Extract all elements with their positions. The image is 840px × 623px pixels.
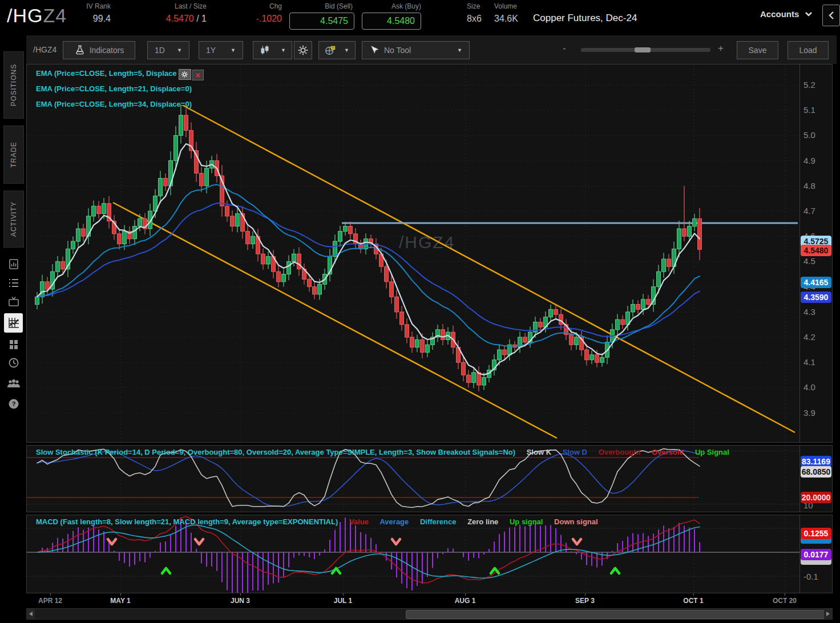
chevron-left-icon [828, 11, 835, 20]
axis-value-bubble: 20.0000 [801, 492, 831, 503]
trading-platform: /HGZ4 IV Rank 99.4 Last / Size 4.5470 / … [0, 0, 840, 623]
help-icon[interactable]: ? [4, 395, 23, 412]
legend-up-signal: Up Signal [695, 448, 729, 456]
candles-group [35, 105, 702, 391]
save-button[interactable]: Save [737, 41, 778, 59]
ema21-legend[interactable]: EMA (Price=CLOSE, Length=21, Displace=0) [36, 84, 192, 93]
price-tick-label: 4.3 [803, 307, 815, 317]
active-tool-dropdown[interactable]: No Tool ▼ [362, 41, 470, 59]
symbol-title: /HGZ4 [7, 5, 67, 27]
tv-icon[interactable] [4, 293, 23, 310]
report-icon[interactable] [4, 256, 23, 273]
zoom-out-button[interactable]: - [563, 43, 566, 54]
stochastic-axis[interactable]: 10 83.116968.085020.0000 [799, 446, 833, 512]
price-tick-label: 4.2 [803, 332, 815, 342]
axis-value-bubble: 0.1255 [801, 528, 831, 539]
chart-symbol-label: /HGZ4 [33, 35, 56, 64]
last-size-value: 4.5470 / 1 [140, 14, 207, 24]
zoom-slider-thumb[interactable] [635, 47, 651, 52]
indicator-settings-icon[interactable] [179, 69, 191, 80]
bid-label: Bid (Sell) [289, 2, 353, 10]
axis-value-bubble: 4.3590 [801, 292, 831, 303]
ema5-legend[interactable]: EMA (Price=CLOSE, Length=5, Displace× [36, 69, 204, 80]
chart-icon[interactable] [4, 313, 23, 333]
save-label: Save [749, 46, 767, 55]
sidebar-tab-trade[interactable]: TRADE [3, 126, 24, 184]
chg-label: Chg [240, 2, 282, 10]
legend-up-signal: Up signal [510, 517, 543, 526]
axis-value-bubble: 4.4165 [801, 277, 831, 288]
macd-axis[interactable]: -0.1 0.12550.0177 [799, 515, 833, 593]
legend-oversold: Oversold [652, 448, 684, 456]
sidebar-tab-positions[interactable]: POSITIONS [3, 51, 24, 119]
stochastic-legend[interactable]: Slow Stochastic (K Period=14, D Period=9… [36, 448, 729, 456]
macd-canvas[interactable] [27, 515, 799, 593]
time-tick [240, 593, 241, 596]
zoom-slider[interactable] [581, 48, 710, 52]
ema34-legend[interactable]: EMA (Price=CLOSE, Length=34, Displace=0) [36, 100, 192, 108]
community-icon[interactable] [4, 375, 23, 392]
indicators-button[interactable]: Indicators [63, 41, 135, 59]
iv-rank-value: 99.4 [74, 14, 111, 24]
date-label: AUG 1 [455, 597, 476, 605]
date-label: SEP 3 [575, 597, 595, 605]
range-dropdown[interactable]: 1Y▼ [199, 41, 243, 59]
chart-scrollbar[interactable] [26, 608, 833, 620]
aggregation-dropdown[interactable]: 1D▼ [147, 41, 189, 59]
collapse-panel-button[interactable] [822, 5, 840, 26]
price-chart-canvas[interactable]: /HGZ4 [27, 64, 799, 442]
drawings-dropdown[interactable]: ▼ [318, 41, 356, 59]
indicator-remove-icon[interactable]: × [192, 70, 204, 80]
tab-label: ACTIVITY [10, 201, 18, 237]
time-tick [120, 593, 121, 596]
last-size-label: Last / Size [140, 2, 207, 10]
chevron-down-icon: ▼ [457, 47, 462, 53]
time-tick [50, 593, 51, 596]
chart-settings-button[interactable] [294, 41, 312, 59]
macd-legend[interactable]: MACD (Fast length=8, Slow length=21, MAC… [36, 517, 598, 526]
candlestick-icon [259, 44, 270, 56]
load-button[interactable]: Load [788, 41, 829, 59]
grid-icon[interactable] [4, 336, 23, 353]
price-axis[interactable]: 5.25.15.04.94.84.74.64.54.44.34.24.14.03… [799, 64, 833, 442]
range-value: 1Y [206, 46, 216, 55]
bid-value: 4.5475 [320, 16, 348, 26]
svg-text:?: ? [11, 400, 15, 407]
chevron-down-icon: ▼ [177, 47, 182, 53]
bid-button[interactable]: 4.5475 [289, 13, 354, 30]
time-tick [465, 593, 466, 596]
chevron-down-icon: ▼ [344, 47, 349, 53]
cursor-icon [369, 45, 378, 55]
ask-button[interactable]: 4.5480 [362, 13, 421, 30]
macd-tick-label: -0.1 [803, 572, 818, 582]
history-icon[interactable] [4, 354, 23, 371]
gear-icon [297, 44, 309, 56]
active-tool-label: No Tool [384, 46, 411, 55]
last-size: / 1 [194, 14, 207, 23]
aggregation-value: 1D [155, 46, 165, 55]
price-tick-label: 4.1 [803, 357, 815, 367]
sidebar-tab-activity[interactable]: ACTIVITY [3, 191, 24, 248]
chart-style-dropdown[interactable]: ▼ [253, 41, 292, 59]
last-price: 4.5470 [166, 14, 194, 23]
legend-difference: Difference [420, 517, 457, 526]
scroll-left-button[interactable] [27, 609, 35, 619]
triangle-right-icon [826, 611, 830, 617]
time-axis[interactable]: APR 12MAY 1JUN 3JUL 1AUG 1SEP 3OCT 1OCT … [26, 593, 833, 607]
date-label: MAY 1 [110, 597, 130, 605]
axis-value-bubble: 83.1169 [801, 456, 831, 467]
legend-overbought: Overbought [599, 448, 641, 456]
watchlist-icon[interactable] [4, 274, 23, 292]
accounts-label: Accounts [760, 9, 799, 19]
date-label: APR 12 [38, 597, 62, 605]
ema5-legend-text: EMA (Price=CLOSE, Length=5, Displace [36, 69, 177, 78]
price-tick-label: 4.5 [803, 256, 815, 266]
zoom-in-button[interactable]: + [718, 43, 724, 54]
accounts-dropdown[interactable]: Accounts [760, 9, 813, 19]
scrollbar-thumb[interactable] [406, 610, 825, 619]
stochastic-legend-text: Slow Stochastic (K Period=14, D Period=9… [36, 448, 515, 456]
stochastic-panel: 10 83.116968.085020.0000 Slow Stochastic… [26, 445, 833, 512]
date-label: JUL 1 [334, 597, 352, 605]
date-label: JUN 3 [231, 597, 250, 605]
scroll-right-button[interactable] [824, 609, 832, 619]
